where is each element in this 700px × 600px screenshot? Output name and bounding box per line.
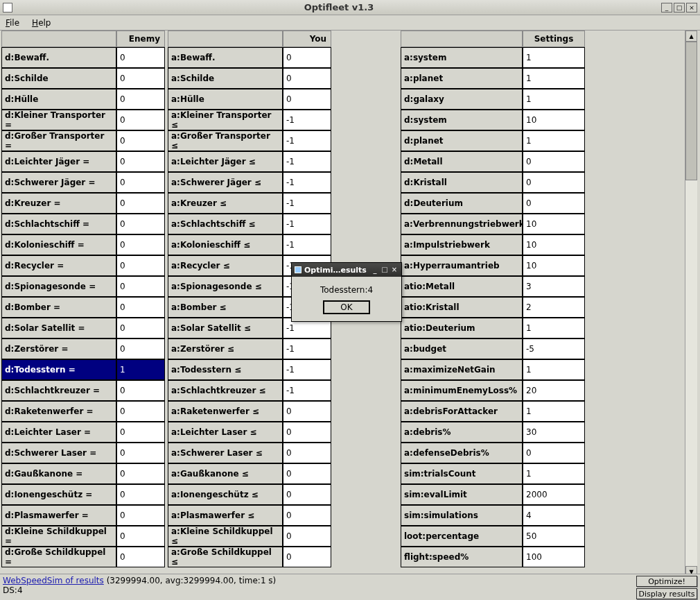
table-row[interactable]: a:debrisForAttacker1	[401, 401, 585, 422]
row-value[interactable]: -1	[283, 130, 331, 151]
table-row[interactable]: a:system1	[401, 47, 585, 68]
row-value[interactable]: 0	[116, 505, 165, 526]
row-value[interactable]: 0	[523, 443, 585, 463]
row-value[interactable]: 0	[523, 193, 585, 214]
row-value[interactable]: 0	[116, 172, 165, 193]
table-row[interactable]: d:Leichter Laser =0	[1, 422, 165, 443]
table-row[interactable]: d:Große Schildkuppel =0	[1, 547, 165, 567]
scroll-thumb[interactable]	[685, 42, 697, 180]
table-row[interactable]: d:Todesstern =1	[1, 359, 165, 380]
table-row[interactable]: a:planet1	[401, 68, 585, 89]
row-value[interactable]: 0	[116, 463, 165, 484]
table-row[interactable]: a:Plasmawerfer ≤0	[168, 505, 331, 526]
row-value[interactable]: -1	[283, 380, 331, 401]
table-row[interactable]: d:Plasmawerfer =0	[1, 505, 165, 526]
row-value[interactable]: 0	[283, 547, 331, 567]
row-value[interactable]: 0	[116, 380, 165, 401]
row-value[interactable]: 10	[523, 110, 585, 130]
table-row[interactable]: a:Todesstern ≤-1	[168, 359, 331, 380]
table-row[interactable]: a:Leichter Laser ≤0	[168, 422, 331, 443]
table-row[interactable]: d:Kreuzer =0	[1, 193, 165, 214]
row-value[interactable]: 0	[116, 89, 165, 110]
row-value[interactable]: 1	[523, 359, 585, 380]
table-row[interactable]: d:system10	[401, 110, 585, 130]
table-row[interactable]: d:Kleine Schildkuppel =0	[1, 526, 165, 547]
table-row[interactable]: a:minimumEnemyLoss%20	[401, 380, 585, 401]
row-value[interactable]: 10	[523, 214, 585, 234]
scroll-up-icon[interactable]: ▲	[685, 31, 697, 42]
row-value[interactable]: -1	[283, 359, 331, 380]
row-value[interactable]: 1	[523, 463, 585, 484]
row-value[interactable]: 1	[523, 68, 585, 89]
row-value[interactable]: 0	[283, 89, 331, 110]
row-value[interactable]: -1	[283, 234, 331, 255]
dialog-maximize-icon[interactable]: □	[380, 266, 389, 274]
table-row[interactable]: d:Bomber =0	[1, 297, 165, 318]
table-row[interactable]: d:planet1	[401, 130, 585, 151]
table-row[interactable]: d:Bewaff.0	[1, 47, 165, 68]
table-row[interactable]: d:Spionagesonde =0	[1, 276, 165, 297]
row-value[interactable]: -5	[523, 338, 585, 359]
row-value[interactable]: 0	[116, 338, 165, 359]
row-value[interactable]: -1	[283, 214, 331, 234]
vertical-scrollbar[interactable]: ▲ ▼	[685, 31, 697, 577]
table-row[interactable]: a:Große Schildkuppel ≤0	[168, 547, 331, 567]
row-value[interactable]: 2	[523, 297, 585, 318]
row-value[interactable]: 0	[283, 484, 331, 505]
table-row[interactable]: a:budget-5	[401, 338, 585, 359]
row-value[interactable]: 100	[523, 547, 585, 567]
table-row[interactable]: a:Schilde0	[168, 68, 331, 89]
table-row[interactable]: d:Schwerer Laser =0	[1, 443, 165, 463]
row-value[interactable]: 0	[283, 463, 331, 484]
table-row[interactable]: d:Deuterium0	[401, 193, 585, 214]
row-value[interactable]: 10	[523, 234, 585, 255]
row-value[interactable]: 0	[283, 47, 331, 68]
maximize-button[interactable]: □	[674, 3, 685, 12]
table-row[interactable]: d:Schilde0	[1, 68, 165, 89]
row-value[interactable]: 0	[116, 318, 165, 338]
row-value[interactable]: 10	[523, 255, 585, 276]
row-value[interactable]: 0	[116, 276, 165, 297]
table-row[interactable]: sim:evalLimit2000	[401, 484, 585, 505]
row-value[interactable]: 0	[283, 526, 331, 547]
table-row[interactable]: d:Kristall0	[401, 172, 585, 193]
dialog-minimize-icon[interactable]: _	[371, 266, 379, 274]
row-value[interactable]: -1	[283, 110, 331, 130]
table-row[interactable]: a:debris%30	[401, 422, 585, 443]
row-value[interactable]: 0	[116, 422, 165, 443]
row-value[interactable]: 0	[116, 110, 165, 130]
table-row[interactable]: a:Kleine Schildkuppel ≤0	[168, 526, 331, 547]
row-value[interactable]: 0	[116, 401, 165, 422]
table-row[interactable]: d:Recycler =0	[1, 255, 165, 276]
results-link[interactable]: WebSpeedSim of results	[3, 576, 104, 585]
row-value[interactable]: 0	[116, 47, 165, 68]
row-value[interactable]: 4	[523, 505, 585, 526]
table-row[interactable]: atio:Deuterium1	[401, 318, 585, 338]
row-value[interactable]: 3	[523, 276, 585, 297]
table-row[interactable]: d:Schlachtschiff =0	[1, 214, 165, 234]
display-results-button[interactable]: Display results	[636, 588, 697, 599]
row-value[interactable]: 0	[116, 234, 165, 255]
table-row[interactable]: atio:Kristall2	[401, 297, 585, 318]
row-value[interactable]: 20	[523, 380, 585, 401]
table-row[interactable]: d:Kolonieschiff =0	[1, 234, 165, 255]
table-row[interactable]: loot:percentage50	[401, 526, 585, 547]
row-value[interactable]: -1	[283, 151, 331, 172]
row-value[interactable]: 0	[116, 526, 165, 547]
table-row[interactable]: d:Zerstörer =0	[1, 338, 165, 359]
row-value[interactable]: 0	[116, 193, 165, 214]
row-value[interactable]: 0	[523, 172, 585, 193]
table-row[interactable]: d:Metall0	[401, 151, 585, 172]
table-row[interactable]: atio:Metall3	[401, 276, 585, 297]
dialog-close-icon[interactable]: ×	[390, 266, 399, 274]
table-row[interactable]: a:Bewaff.0	[168, 47, 331, 68]
dialog-ok-button[interactable]: OK	[323, 300, 370, 314]
minimize-button[interactable]: _	[661, 3, 672, 12]
table-row[interactable]: a:Verbrennungstriebwerk10	[401, 214, 585, 234]
row-value[interactable]: 1	[523, 47, 585, 68]
table-row[interactable]: d:Gaußkanone =0	[1, 463, 165, 484]
table-row[interactable]: a:maximizeNetGain1	[401, 359, 585, 380]
row-value[interactable]: 0	[283, 401, 331, 422]
table-row[interactable]: a:Schlachtkreuzer ≤-1	[168, 380, 331, 401]
row-value[interactable]: 0	[116, 255, 165, 276]
